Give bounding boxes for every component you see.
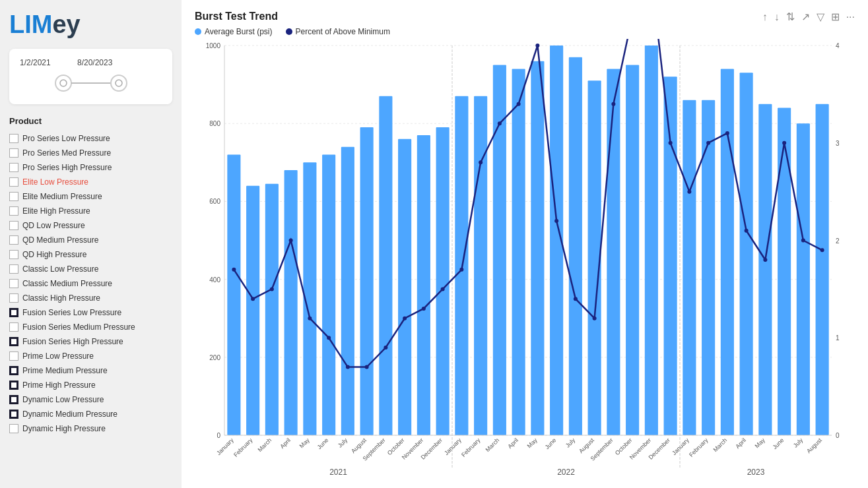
svg-point-122 [820, 248, 824, 252]
checkbox-qd-high[interactable] [9, 250, 18, 259]
product-item-dynamic-low[interactable]: Dynamic Low Pressure [9, 392, 172, 407]
product-item-prime-low[interactable]: Prime Low Pressure [9, 349, 172, 363]
svg-rect-44 [645, 46, 658, 435]
product-item-qd-high[interactable]: QD High Pressure [9, 247, 172, 262]
product-item-fusion-med[interactable]: Fusion Series Medium Pressure [9, 320, 172, 334]
grid-icon[interactable]: ⊞ [831, 11, 840, 23]
logo-sey: ey [52, 11, 80, 38]
svg-text:0: 0 [217, 432, 220, 439]
svg-text:1000: 1000 [206, 42, 221, 49]
product-label-classic-low: Classic Low Pressure [22, 263, 98, 275]
svg-point-118 [745, 229, 749, 233]
product-item-qd-low[interactable]: QD Low Pressure [9, 218, 172, 233]
checkbox-fusion-low[interactable] [9, 308, 18, 317]
svg-point-97 [346, 365, 350, 369]
checkbox-pro-med[interactable] [9, 148, 18, 158]
svg-text:August: August [805, 437, 823, 454]
svg-text:May: May [526, 437, 539, 449]
svg-text:2021: 2021 [329, 468, 347, 477]
svg-point-121 [801, 239, 805, 243]
product-label-elite-low: Elite Low Pressure [22, 176, 88, 188]
svg-text:600: 600 [209, 198, 220, 205]
chart-header: Burst Test Trend ↑ ↓ ⇅ ↗ ▽ ⊞ ··· [195, 11, 855, 23]
checkbox-classic-med[interactable] [9, 279, 18, 288]
product-label-fusion-low: Fusion Series Low Pressure [22, 307, 121, 319]
checkbox-qd-low[interactable] [9, 221, 18, 230]
chart-title: Burst Test Trend [195, 11, 278, 22]
product-item-elite-low[interactable]: Elite Low Pressure [9, 175, 172, 189]
svg-rect-38 [531, 61, 544, 435]
chart-svg-container: 0200400600800100001234JanuaryFebruaryMar… [195, 39, 855, 484]
product-item-dynamic-high[interactable]: Dynamic High Pressure [9, 421, 172, 436]
svg-text:April: April [506, 437, 519, 450]
product-item-prime-high[interactable]: Prime High Pressure [9, 378, 172, 392]
checkbox-elite-high[interactable] [9, 206, 18, 216]
svg-text:February: February [460, 437, 482, 458]
filter-icon[interactable]: ▽ [817, 11, 824, 23]
checkbox-pro-low[interactable] [9, 134, 18, 143]
product-item-fusion-low[interactable]: Fusion Series Low Pressure [9, 305, 172, 320]
left-panel: LIMey Product Pro Series Low PressurePro… [0, 0, 182, 488]
svg-rect-40 [569, 57, 582, 435]
checkbox-prime-low[interactable] [9, 351, 18, 361]
svg-point-91 [232, 268, 236, 272]
sort-asc-icon[interactable]: ↑ [762, 11, 768, 23]
svg-text:April: April [279, 437, 292, 450]
product-item-classic-med[interactable]: Classic Medium Pressure [9, 276, 172, 291]
svg-point-96 [327, 336, 331, 340]
sort-desc-icon[interactable]: ↓ [774, 11, 780, 23]
svg-rect-33 [436, 127, 450, 435]
product-label-qd-med: QD Medium Pressure [22, 234, 98, 246]
expand-icon[interactable]: ↗ [801, 11, 810, 23]
product-label-pro-med: Pro Series Med Pressure [22, 147, 111, 159]
checkbox-classic-low[interactable] [9, 264, 18, 274]
checkbox-classic-high[interactable] [9, 293, 18, 303]
product-item-elite-high[interactable]: Elite High Pressure [9, 204, 172, 218]
svg-rect-30 [379, 96, 392, 435]
product-label-prime-low: Prime Low Pressure [22, 350, 94, 362]
product-item-pro-high[interactable]: Pro Series High Pressure [9, 160, 172, 175]
end-date-input[interactable] [77, 58, 127, 67]
svg-text:200: 200 [209, 354, 220, 361]
product-item-classic-low[interactable]: Classic Low Pressure [9, 262, 172, 276]
svg-point-1 [60, 80, 67, 86]
more-icon[interactable]: ··· [846, 11, 855, 23]
svg-text:March: March [484, 437, 501, 453]
product-item-dynamic-med[interactable]: Dynamic Medium Pressure [9, 407, 172, 421]
sort-both-icon[interactable]: ⇅ [786, 11, 795, 23]
product-label-classic-med: Classic Medium Pressure [22, 278, 112, 290]
product-label-dynamic-low: Dynamic Low Pressure [22, 394, 104, 406]
checkbox-dynamic-high[interactable] [9, 424, 18, 433]
svg-text:February: February [688, 437, 710, 458]
product-label-fusion-high: Fusion Series High Pressure [22, 336, 123, 348]
checkbox-elite-med[interactable] [9, 192, 18, 201]
svg-text:2: 2 [836, 237, 840, 245]
legend-burst: Average Burst (psi) [195, 27, 273, 36]
product-item-qd-med[interactable]: QD Medium Pressure [9, 233, 172, 247]
product-item-elite-med[interactable]: Elite Medium Pressure [9, 189, 172, 204]
product-item-fusion-high[interactable]: Fusion Series High Pressure [9, 334, 172, 349]
checkbox-fusion-high[interactable] [9, 337, 18, 346]
checkbox-prime-med[interactable] [9, 366, 18, 375]
checkbox-dynamic-med[interactable] [9, 410, 18, 419]
checkbox-dynamic-low[interactable] [9, 395, 18, 404]
checkbox-elite-low[interactable] [9, 177, 18, 187]
checkbox-prime-high[interactable] [9, 381, 18, 390]
right-panel: Burst Test Trend ↑ ↓ ⇅ ↗ ▽ ⊞ ··· Average… [182, 0, 868, 488]
checkbox-pro-high[interactable] [9, 163, 18, 172]
product-item-prime-med[interactable]: Prime Medium Pressure [9, 363, 172, 378]
start-date-input[interactable] [20, 58, 69, 67]
svg-point-120 [782, 141, 786, 145]
svg-point-105 [498, 121, 502, 125]
svg-point-4 [116, 80, 122, 86]
svg-point-101 [422, 307, 426, 311]
svg-point-100 [403, 317, 407, 320]
product-label-classic-high: Classic High Pressure [22, 292, 100, 304]
checkbox-fusion-med[interactable] [9, 322, 18, 332]
product-item-classic-high[interactable]: Classic High Pressure [9, 291, 172, 305]
svg-point-107 [535, 44, 539, 47]
checkbox-qd-med[interactable] [9, 235, 18, 245]
product-label-elite-med: Elite Medium Pressure [22, 191, 102, 202]
product-item-pro-low[interactable]: Pro Series Low Pressure [9, 131, 172, 146]
product-item-pro-med[interactable]: Pro Series Med Pressure [9, 146, 172, 160]
